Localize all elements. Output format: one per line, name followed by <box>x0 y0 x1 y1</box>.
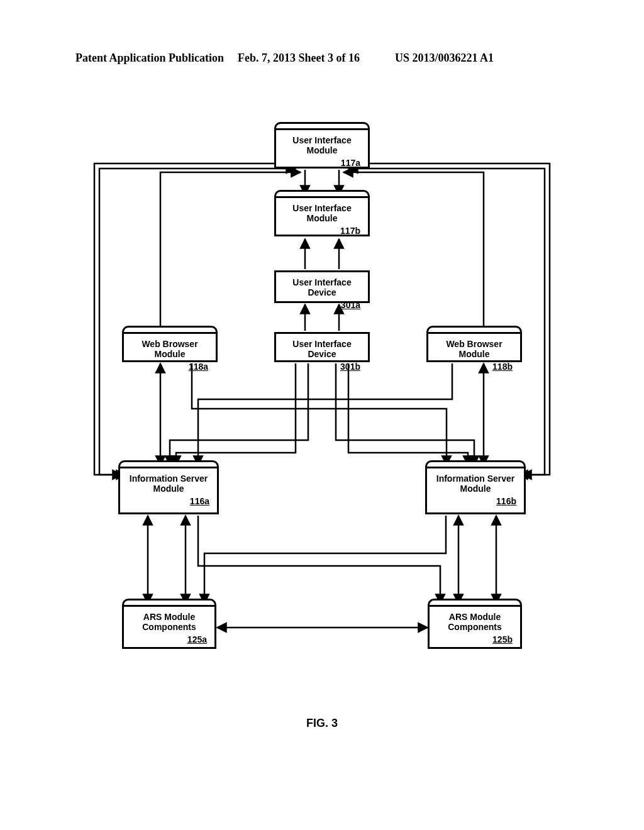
box-title: Information Server Module <box>130 473 208 494</box>
box-title: Information Server Module <box>436 473 514 494</box>
box-ref: 301a <box>279 300 365 310</box>
box-lid <box>274 122 370 128</box>
user-interface-device-b: User Interface Device 301b <box>274 332 370 362</box>
box-lid <box>425 460 526 467</box>
box-ref: 116b <box>430 496 521 506</box>
web-browser-module-a: Web Browser Module 118a <box>122 332 218 362</box>
box-title: Web Browser Module <box>142 339 197 359</box>
box-lid <box>122 599 216 605</box>
user-interface-module-a: User Interface Module 117a <box>274 128 370 169</box>
box-ref: 117b <box>279 226 365 236</box>
ars-module-a: ARS Module Components 125a <box>122 605 216 649</box>
box-ref: 301b <box>279 362 365 372</box>
web-browser-module-b: Web Browser Module 118b <box>426 332 522 362</box>
box-title: Web Browser Module <box>446 339 502 359</box>
box-ref: 118a <box>126 362 213 372</box>
box-title: User Interface Module <box>292 203 351 223</box>
box-lid <box>118 460 219 467</box>
box-title: ARS Module Components <box>448 612 502 632</box>
information-server-module-a: Information Server Module 116a <box>118 467 219 514</box>
diagram-canvas: User Interface Module 117a User Interfac… <box>88 113 556 704</box>
box-lid <box>122 326 218 332</box>
user-interface-module-b: User Interface Module 117b <box>274 196 370 236</box>
header-left: Patent Application Publication <box>75 52 224 65</box>
box-lid <box>274 190 370 196</box>
header-right: US 2013/0036221 A1 <box>395 52 494 65</box>
box-title: ARS Module Components <box>142 612 196 632</box>
box-ref: 125a <box>126 634 212 645</box>
box-ref: 118b <box>431 362 518 372</box>
box-ref: 116a <box>123 496 214 506</box>
user-interface-device-a: User Interface Device 301a <box>274 270 370 303</box>
figure-caption: FIG. 3 <box>0 717 644 730</box>
box-lid <box>426 326 522 332</box>
information-server-module-b: Information Server Module 116b <box>425 467 526 514</box>
box-title: User Interface Module <box>292 135 351 155</box>
ars-module-b: ARS Module Components 125b <box>428 605 522 649</box>
box-ref: 125b <box>432 634 518 645</box>
box-title: User Interface Device <box>292 339 351 359</box>
box-lid <box>428 599 522 605</box>
box-ref: 117a <box>279 158 365 168</box>
header-mid: Feb. 7, 2013 Sheet 3 of 16 <box>238 52 360 65</box>
box-title: User Interface Device <box>292 277 351 297</box>
